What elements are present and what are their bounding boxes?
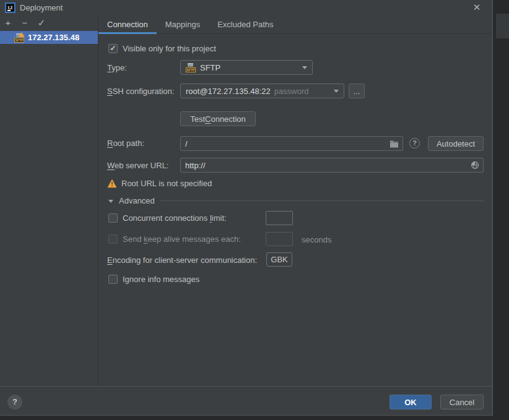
deployment-dialog: IJ Deployment ✕ + − ✓ SFTP 172.27.135.48 [0, 0, 493, 416]
title-bar: IJ Deployment ✕ [0, 0, 492, 15]
help-icon[interactable]: ? [7, 395, 22, 409]
sftp-server-warning-icon: SFTP [14, 33, 25, 43]
ssh-config-dropdown[interactable]: root@172.27.135.48:22 password [180, 84, 344, 98]
tab-bar: Connection Mappings Excluded Paths [98, 15, 492, 34]
screen: IJ Deployment ✕ + − ✓ SFTP 172.27.135.48 [0, 0, 509, 420]
ssh-auth-hint: password [274, 87, 309, 96]
root-path-field-wrap [180, 136, 403, 151]
visible-only-checkbox-row[interactable]: ✓ Visible only for this project [108, 43, 216, 54]
concurrent-limit-label: Concurrent connections limit: [123, 213, 227, 223]
intellij-logo-icon: IJ [5, 2, 15, 13]
checkbox-unchecked-icon[interactable]: ✓ [108, 213, 118, 223]
type-dropdown[interactable]: SFTP SFTP [180, 60, 313, 75]
expand-triangle-icon [108, 200, 113, 203]
warning-icon [107, 179, 117, 188]
type-label: Type: [107, 62, 127, 73]
sftp-type-icon: SFTP [186, 62, 196, 72]
type-value: SFTP [200, 63, 220, 72]
ssh-config-label: SSH configuration: [107, 86, 174, 96]
ignore-info-row[interactable]: ✓ Ignore info messages [108, 274, 199, 285]
advanced-label: Advanced [119, 196, 155, 205]
web-url-label: Web server URL: [107, 160, 168, 171]
add-server-icon[interactable]: + [3, 18, 13, 28]
remove-server-icon[interactable]: − [20, 18, 30, 28]
ssh-config-value: root@172.27.135.48:22 [186, 87, 271, 96]
browse-folder-icon[interactable] [389, 140, 399, 148]
concurrent-limit-input[interactable] [266, 211, 293, 225]
dialog-footer: ? OK Cancel [0, 386, 492, 415]
keepalive-row[interactable]: ✓ Send keep alive messages each: [108, 234, 241, 244]
encoding-dropdown[interactable]: GBK [266, 252, 292, 267]
web-url-input[interactable] [181, 161, 471, 170]
checkbox-unchecked-icon[interactable]: ✓ [108, 275, 118, 284]
panel-divider [98, 15, 98, 386]
close-icon[interactable]: ✕ [471, 2, 482, 13]
server-list-toolbar: + − ✓ [0, 15, 98, 31]
tab-excluded-paths[interactable]: Excluded Paths [209, 15, 282, 33]
test-connection-button[interactable]: Test Connection [180, 111, 256, 126]
ok-button[interactable]: OK [389, 395, 432, 409]
globe-icon [471, 161, 479, 169]
warning-row: Root URL is not specified [107, 178, 212, 189]
ssh-config-more-button[interactable]: ... [349, 84, 365, 98]
keepalive-label: Send keep alive messages each: [123, 234, 241, 244]
root-path-help-icon[interactable]: ? [409, 138, 420, 148]
ignore-info-label: Ignore info messages [123, 275, 199, 284]
autodetect-button[interactable]: Autodetect [428, 136, 484, 151]
advanced-separator [160, 200, 484, 201]
keepalive-seconds-label: seconds [302, 234, 331, 245]
chevron-down-icon [334, 90, 339, 93]
keepalive-input[interactable] [266, 232, 293, 246]
root-path-label: Root path: [107, 138, 144, 148]
background-ide-fragment [496, 14, 509, 38]
advanced-toggle[interactable]: Advanced [108, 195, 155, 206]
dialog-title: Deployment [20, 3, 63, 12]
encoding-label: Encoding for client-server communication… [107, 255, 257, 265]
chevron-down-icon [302, 66, 307, 69]
cancel-button[interactable]: Cancel [440, 395, 484, 409]
tab-connection[interactable]: Connection [98, 15, 157, 33]
checkbox-unchecked-icon[interactable]: ✓ [108, 234, 118, 244]
tab-mappings[interactable]: Mappings [157, 15, 209, 33]
concurrent-limit-row[interactable]: ✓ Concurrent connections limit: [108, 213, 227, 223]
warning-text: Root URL is not specified [121, 179, 212, 188]
server-list-panel: + − ✓ SFTP 172.27.135.48 [0, 15, 98, 386]
checkbox-checked-icon[interactable]: ✓ [108, 44, 118, 53]
server-list-item-selected[interactable]: SFTP 172.27.135.48 [0, 31, 98, 44]
root-path-input[interactable] [181, 139, 389, 148]
web-url-field-wrap [180, 158, 484, 173]
server-item-label: 172.27.135.48 [28, 33, 79, 42]
set-default-server-icon[interactable]: ✓ [37, 18, 46, 28]
visible-only-label: Visible only for this project [123, 44, 216, 53]
